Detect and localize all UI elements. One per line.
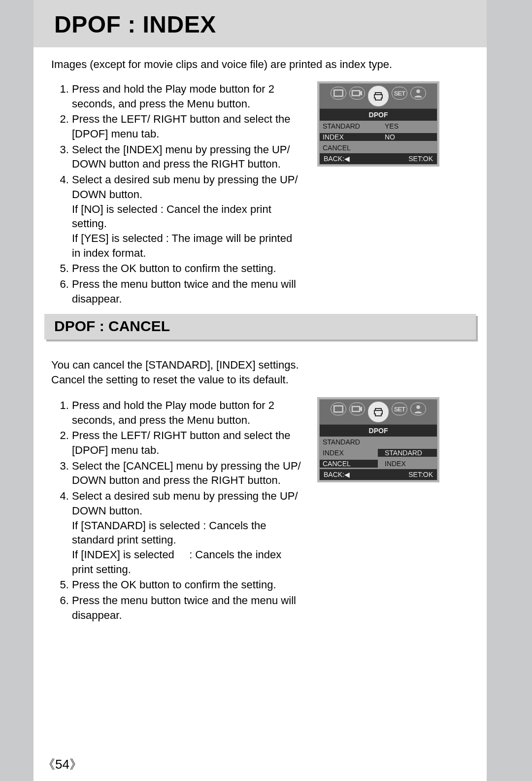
subopt-label: If [INDEX] is selected	[72, 547, 186, 562]
lcd-set-hint: SET:OK	[408, 155, 433, 163]
step: Select a desired sub menu by pressing th…	[72, 172, 302, 260]
printer-tab-icon	[368, 86, 389, 106]
step: Press the menu button twice and the menu…	[72, 593, 302, 622]
manual-page: DPOF : INDEX Images (except for movie cl…	[33, 0, 487, 781]
step: Press the LEFT/ RIGHT button and select …	[72, 112, 302, 141]
step: Press the OK button to confirm the setti…	[72, 577, 302, 592]
step: Press the OK button to confirm the setti…	[72, 261, 302, 276]
lcd-row: STANDARD YES	[320, 121, 437, 132]
subopt-label: If [YES] is selected	[72, 231, 163, 246]
lcd-set-hint: SET:OK	[408, 471, 433, 478]
step: Select the [CANCEL] menu by pressing the…	[72, 459, 302, 488]
section2-intro-1: You can cancel the [STANDARD], [INDEX] s…	[51, 358, 299, 373]
section2-intro-2: Cancel the setting to reset the value to…	[51, 373, 289, 387]
user-tab-icon	[410, 87, 426, 100]
set-tab-icon: SET	[392, 87, 407, 100]
section2-title: DPOF : CANCEL	[54, 318, 170, 335]
svg-rect-3	[334, 406, 343, 412]
step: Press the menu button twice and the menu…	[72, 277, 302, 306]
step: Select a desired sub menu by pressing th…	[72, 489, 302, 577]
movie-tab-icon	[349, 87, 365, 100]
svg-point-5	[416, 406, 420, 409]
step: Select the [INDEX] menu by pressing the …	[72, 142, 302, 171]
movie-tab-icon	[349, 403, 365, 415]
section-header-band: DPOF : INDEX	[33, 0, 487, 47]
lcd-row: INDEX STANDARD	[320, 447, 437, 458]
section2-steps: Press and hold the Play mode button for …	[51, 398, 302, 623]
printer-tab-icon	[368, 402, 389, 422]
play-tab-icon	[331, 87, 346, 100]
camera-lcd-preview: SET DPOF STANDARD INDEX STANDARD CANCEL …	[317, 397, 439, 482]
section1-intro: Images (except for movie clips and voice…	[51, 57, 392, 72]
subopt-label: If [STANDARD] is selected	[72, 518, 200, 533]
svg-rect-1	[352, 91, 360, 96]
section1-steps: Press and hold the Play mode button for …	[51, 82, 302, 307]
svg-rect-4	[352, 407, 360, 411]
set-tab-icon: SET	[392, 403, 407, 415]
lcd-row: STANDARD	[320, 437, 437, 447]
lcd-menu-title: DPOF	[320, 108, 437, 121]
lcd-back-hint: BACK:◀	[324, 155, 350, 163]
section2-header-band: DPOF : CANCEL	[44, 314, 476, 340]
page-number: 《54》	[42, 756, 82, 773]
step: Press and hold the Play mode button for …	[72, 398, 302, 427]
lcd-menu-title: DPOF	[320, 424, 437, 437]
section-title: DPOF : INDEX	[54, 11, 216, 38]
lcd-row-selected: CANCEL INDEX	[320, 458, 437, 469]
play-tab-icon	[331, 403, 346, 415]
subopt-label: If [NO] is selected	[72, 202, 158, 217]
user-tab-icon	[410, 403, 426, 415]
lcd-back-hint: BACK:◀	[324, 471, 350, 478]
svg-point-2	[416, 90, 420, 94]
camera-lcd-preview: SET DPOF STANDARD YES INDEX NO CANCEL	[317, 81, 439, 167]
step: Press the LEFT/ RIGHT button and select …	[72, 428, 302, 457]
lcd-row-selected: INDEX NO	[320, 132, 437, 142]
lcd-row: CANCEL	[320, 142, 437, 153]
svg-rect-0	[334, 90, 343, 97]
step: Press and hold the Play mode button for …	[72, 82, 302, 111]
